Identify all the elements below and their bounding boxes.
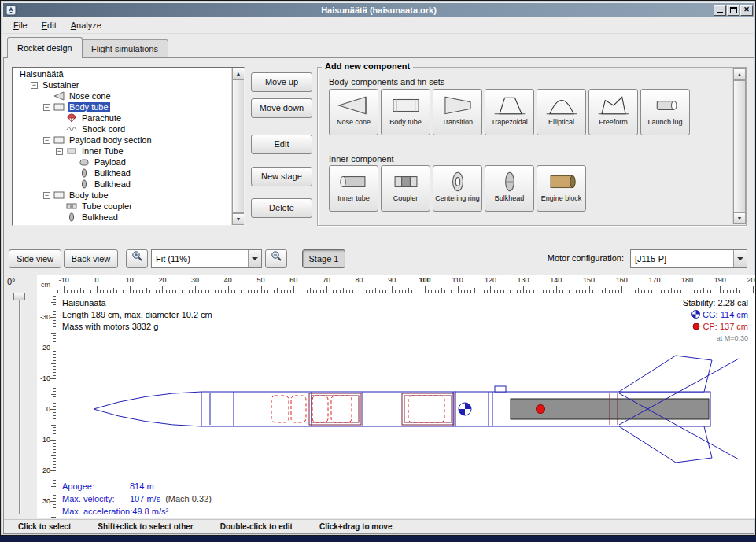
tree-item-sustainer[interactable]: −Sustainer xyxy=(13,79,230,90)
stage-1-toggle[interactable]: Stage 1 xyxy=(302,249,345,268)
scroll-down-icon[interactable]: ▼ xyxy=(733,212,746,224)
zoom-out-button[interactable] xyxy=(265,249,287,268)
zoom-in-icon xyxy=(131,250,143,262)
component-centering-ring-button[interactable]: Centering ring xyxy=(433,165,482,212)
tree-item-bulkhead[interactable]: Bulkhead xyxy=(13,212,230,223)
chevron-down-icon[interactable] xyxy=(248,250,261,267)
scroll-down-icon[interactable]: ▼ xyxy=(232,213,245,225)
elliptical-icon xyxy=(544,92,579,118)
collapse-icon[interactable]: − xyxy=(43,104,50,111)
flight-stat-row: Max. acceleration:49.8 m/s² xyxy=(62,505,212,518)
design-name: Haisunäätä xyxy=(62,297,212,309)
motor-configuration-combo[interactable]: [J115-P] xyxy=(630,249,747,268)
component-coupler-button[interactable]: Coupler xyxy=(381,165,430,212)
maximize-icon xyxy=(730,7,737,13)
minimize-button[interactable] xyxy=(714,5,726,16)
close-button[interactable]: ✕ xyxy=(740,5,753,16)
ruler-label: 60 xyxy=(289,276,297,284)
component-freeform-button[interactable]: Freeform xyxy=(588,89,638,135)
tree-item-body-tube[interactable]: −Body tube xyxy=(13,101,230,112)
menu-analyze[interactable]: Analyze xyxy=(64,18,109,32)
component-trapezoidal-button[interactable]: Trapezoidal xyxy=(485,89,534,135)
scroll-up-icon[interactable]: ▲ xyxy=(232,68,245,79)
collapse-icon[interactable]: − xyxy=(43,137,50,144)
rotation-slider-handle[interactable] xyxy=(13,293,25,300)
component-button-label: Bulkhead xyxy=(495,194,525,202)
tree-item-label: Tube coupler xyxy=(80,201,134,211)
zoom-in-button[interactable] xyxy=(126,249,148,268)
tab-rocket-design[interactable]: Rocket design xyxy=(7,37,83,58)
nose-cone-icon xyxy=(337,92,371,118)
scrollbar-thumb[interactable] xyxy=(232,79,245,213)
new-stage-button[interactable]: New stage xyxy=(251,167,312,186)
window-controls: ✕ xyxy=(714,5,753,16)
component-inner-tube-button[interactable]: Inner tube xyxy=(329,165,378,212)
edit-button[interactable]: Edit xyxy=(251,135,312,154)
tree-item-shock-cord[interactable]: Shock cord xyxy=(13,124,230,135)
ruler-unit-label: cm xyxy=(37,275,56,293)
rocket-view-area: cm -100102030405060708090100110120130140… xyxy=(37,275,755,518)
tree-item-tube-coupler[interactable]: Tube coupler xyxy=(13,201,230,212)
tree-item-parachute[interactable]: Parachute xyxy=(13,112,230,124)
tab-flight-simulations[interactable]: Flight simulations xyxy=(81,39,168,57)
tree-item-bulkhead[interactable]: Bulkhead xyxy=(13,168,230,179)
tree-item-nose-cone[interactable]: Nose cone xyxy=(13,90,230,101)
delete-button[interactable]: Delete xyxy=(251,198,312,218)
cp-icon xyxy=(692,323,700,330)
ruler-label: 0 xyxy=(94,276,98,284)
tree-item-bulkhead[interactable]: Bulkhead xyxy=(13,179,230,190)
ruler-label: 110 xyxy=(452,276,463,284)
component-nose-cone-button[interactable]: Nose cone xyxy=(329,89,378,135)
desktop: Haisunäätä (haisunaata.ork) ✕ FileEditAn… xyxy=(0,0,756,542)
tree-item-inner-tube[interactable]: −Inner Tube xyxy=(13,146,230,157)
ruler-label: 180 xyxy=(681,276,693,284)
cp-line: CP: 137 cm xyxy=(683,321,748,333)
tree-item-label: Bulkhead xyxy=(93,179,132,189)
tree-item-payload-body-section[interactable]: −Payload body section xyxy=(13,135,230,146)
scrollbar-thumb[interactable] xyxy=(733,80,746,212)
tree-item-body-tube[interactable]: −Body tube xyxy=(13,190,230,201)
tree-scrollbar[interactable]: ▲ ▼ xyxy=(231,68,244,225)
coupler-icon xyxy=(389,168,423,194)
tree-coupler-icon xyxy=(66,201,79,212)
ruler-label: 30 xyxy=(191,276,199,284)
component-body-tube-button[interactable]: Body tube xyxy=(381,89,430,135)
component-bulkhead-button[interactable]: Bulkhead xyxy=(485,165,534,212)
design-info: Haisunäätä Length 189 cm, max. diameter … xyxy=(62,297,212,333)
menu-bar: FileEditAnalyze xyxy=(3,17,754,34)
move-up-button[interactable]: Move up xyxy=(251,72,312,92)
component-button-label: Body tube xyxy=(389,118,422,126)
title-bar[interactable]: Haisunäätä (haisunaata.ork) ✕ xyxy=(3,3,754,17)
component-launch-lug-button[interactable]: Launch lug xyxy=(640,89,690,135)
rotation-slider-track[interactable] xyxy=(19,293,21,514)
tree-item-haisun-t[interactable]: Haisunäätä xyxy=(13,68,230,79)
zoom-combo[interactable]: Fit (11%) xyxy=(151,249,262,268)
collapse-icon[interactable]: − xyxy=(56,148,63,155)
tree-inner-tube-icon xyxy=(66,146,79,157)
component-button-label: Inner tube xyxy=(337,194,370,202)
tree-item-payload[interactable]: Payload xyxy=(13,157,230,168)
ruler-label: 40 xyxy=(224,276,232,284)
menu-file[interactable]: File xyxy=(6,18,35,32)
design-mass: Mass with motors 3832 g xyxy=(62,321,212,333)
scroll-up-icon[interactable]: ▲ xyxy=(733,68,746,80)
body-tube-icon xyxy=(389,92,423,118)
side-view-button[interactable]: Side view xyxy=(9,249,61,268)
ruler-label: 130 xyxy=(518,276,529,284)
status-bar: Click to selectShift+click to select oth… xyxy=(4,519,754,533)
menu-edit[interactable]: Edit xyxy=(35,18,64,32)
component-elliptical-button[interactable]: Elliptical xyxy=(537,89,586,135)
chevron-down-icon[interactable] xyxy=(733,250,747,267)
component-transition-button[interactable]: Transition xyxy=(433,89,482,135)
add-component-scrollbar[interactable]: ▲ ▼ xyxy=(732,68,745,224)
rocket-canvas[interactable]: Haisunäätä Length 189 cm, max. diameter … xyxy=(56,293,755,519)
collapse-icon[interactable]: − xyxy=(43,192,50,199)
component-button-label: Engine block xyxy=(541,194,582,202)
maximize-button[interactable] xyxy=(727,5,739,16)
move-down-button[interactable]: Move down xyxy=(251,98,312,118)
back-view-button[interactable]: Back view xyxy=(64,249,118,268)
collapse-icon[interactable]: − xyxy=(31,82,38,89)
component-engine-block-button[interactable]: Engine block xyxy=(537,165,586,212)
ruler-label: 90 xyxy=(388,276,396,284)
vertical-ruler: -30-20-100102030 xyxy=(37,293,56,519)
